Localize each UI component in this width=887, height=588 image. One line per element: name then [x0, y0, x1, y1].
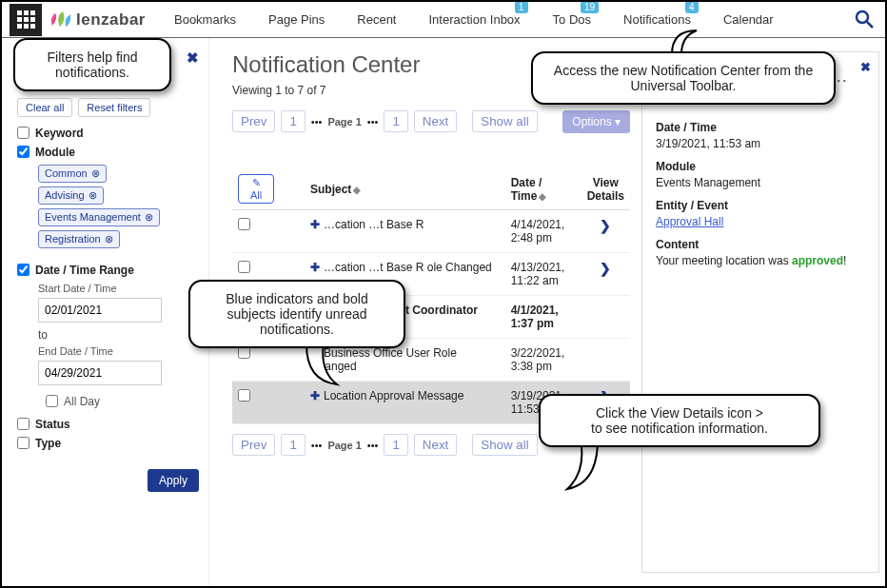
end-date-label: End Date / Time: [38, 345, 199, 357]
datetime-range-checkbox[interactable]: Date / Time Range: [17, 264, 199, 277]
chip-advising[interactable]: Advising⊗: [38, 186, 104, 205]
badge-inbox: 1: [515, 1, 528, 13]
remove-chip-icon[interactable]: ⊗: [91, 167, 100, 180]
current-page: Page 1: [327, 440, 361, 451]
pager-dots: •••: [311, 440, 323, 451]
nav-pagepins[interactable]: Page Pins: [268, 12, 325, 27]
nav-calendar[interactable]: Calendar: [723, 12, 774, 27]
remove-chip-icon[interactable]: ⊗: [145, 211, 153, 224]
nav-inbox[interactable]: Interaction Inbox1: [428, 12, 520, 27]
nav: Bookmarks Page Pins Recent Interaction I…: [174, 12, 774, 27]
nav-notifications[interactable]: Notifications4: [623, 12, 691, 27]
apply-button[interactable]: Apply: [148, 469, 199, 492]
end-date-input[interactable]: [38, 361, 162, 385]
chip-common[interactable]: Common⊗: [38, 165, 107, 183]
brand-logo: lenzabar: [48, 10, 146, 30]
next-button[interactable]: Next: [414, 110, 457, 132]
callout-tail-icon: [303, 343, 341, 386]
badge-todos: 19: [581, 1, 599, 13]
keyword-checkbox[interactable]: Keyword: [17, 127, 199, 140]
page-1-button[interactable]: 1: [281, 434, 305, 456]
col-view: View Details: [581, 168, 630, 210]
svg-line-1: [867, 22, 873, 28]
current-page: Page 1: [327, 116, 361, 127]
row-checkbox[interactable]: [238, 389, 250, 402]
leaf-icon: [48, 10, 72, 30]
detail-entity-label: Entity / Event: [656, 199, 865, 212]
plus-icon: ✚: [310, 389, 320, 402]
detail-content-label: Content: [656, 238, 865, 251]
search-icon[interactable]: [855, 10, 874, 29]
nav-todos[interactable]: To Dos19: [553, 12, 591, 27]
table-row[interactable]: ✚…cation …t Base R4/14/2021, 2:48 pm❯: [232, 210, 630, 253]
start-date-input[interactable]: [38, 298, 162, 323]
row-checkbox[interactable]: [238, 218, 250, 230]
page-1-button[interactable]: 1: [281, 110, 305, 132]
pager-dots: •••: [367, 116, 379, 127]
detail-dt-label: Date / Time: [656, 121, 865, 134]
row-checkbox[interactable]: [238, 261, 250, 273]
detail-entity-link[interactable]: Approval Hall: [656, 215, 723, 228]
select-all-button[interactable]: ✎ All: [238, 174, 274, 204]
apps-launcher-icon[interactable]: [10, 4, 42, 36]
type-checkbox[interactable]: Type: [17, 437, 199, 450]
view-details-icon[interactable]: ❯: [600, 261, 611, 276]
remove-chip-icon[interactable]: ⊗: [89, 189, 97, 202]
remove-chip-icon[interactable]: ⊗: [105, 233, 113, 245]
pager-top: Prev 1 ••• Page 1 ••• 1 Next Show all: [232, 110, 538, 132]
detail-panel: ✖ Location Approval Me… Information Date…: [641, 51, 879, 573]
universal-toolbar: lenzabar Bookmarks Page Pins Recent Inte…: [2, 2, 885, 38]
col-datetime[interactable]: Date / Time◆: [505, 168, 581, 210]
chip-events[interactable]: Events Management⊗: [38, 208, 160, 226]
col-subject[interactable]: Subject◆: [305, 168, 505, 210]
brand-text: lenzabar: [76, 10, 146, 29]
pager-dots: •••: [367, 440, 379, 451]
sort-icon: ◆: [353, 185, 361, 195]
options-button[interactable]: Options ▾: [562, 110, 630, 133]
badge-notifications: 4: [685, 1, 699, 13]
reset-filters-button[interactable]: Reset filters: [78, 98, 150, 117]
callout-toolbar: Access the new Notification Center from …: [531, 51, 836, 105]
allday-checkbox[interactable]: All Day: [46, 395, 199, 408]
callout-viewdetails: Click the View Details icon >to see noti…: [539, 394, 820, 447]
status-checkbox[interactable]: Status: [17, 418, 199, 431]
nav-recent[interactable]: Recent: [357, 12, 396, 27]
start-date-label: Start Date / Time: [38, 283, 199, 294]
pager-dots: •••: [311, 116, 323, 127]
prev-button[interactable]: Prev: [232, 434, 275, 456]
callout-filters: Filters help find notifications.: [13, 38, 171, 91]
next-button[interactable]: Next: [414, 434, 457, 456]
sort-icon: ◆: [539, 191, 546, 202]
prev-button[interactable]: Prev: [232, 110, 275, 132]
detail-module-label: Module: [656, 160, 865, 173]
nav-bookmarks[interactable]: Bookmarks: [174, 12, 236, 27]
view-details-icon[interactable]: ❯: [600, 218, 611, 233]
page-1-button[interactable]: 1: [384, 434, 407, 456]
svg-point-0: [857, 11, 868, 23]
show-all-button[interactable]: Show all: [472, 434, 537, 456]
clear-all-button[interactable]: Clear all: [17, 98, 72, 117]
close-filter-icon[interactable]: ✖: [187, 49, 199, 67]
module-checkbox[interactable]: Module: [17, 146, 199, 159]
plus-icon: ✚: [310, 261, 320, 274]
page-1-button[interactable]: 1: [384, 110, 407, 132]
plus-icon: ✚: [310, 218, 320, 231]
callout-unread: Blue indicators and bold subjects identi…: [188, 280, 405, 348]
chip-registration[interactable]: Registration⊗: [38, 230, 120, 248]
module-chips: Common⊗ Advising⊗ Events Management⊗ Reg…: [38, 165, 199, 248]
close-detail-icon[interactable]: ✖: [860, 60, 871, 74]
filter-panel: ✖ Notification Center Filter Clear all R…: [2, 38, 209, 586]
show-all-button[interactable]: Show all: [472, 110, 537, 132]
detail-content: Your meeting location was approved!: [656, 254, 846, 267]
to-label: to: [38, 328, 199, 342]
detail-module: Events Management: [656, 176, 760, 189]
detail-dt: 3/19/2021, 11:53 am: [656, 137, 760, 150]
